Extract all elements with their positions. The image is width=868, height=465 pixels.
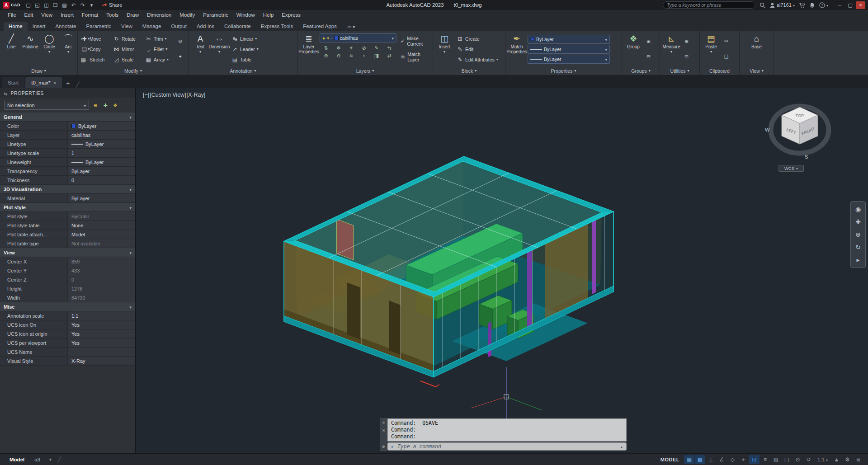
match-properties-button[interactable]: ✒ Match Properties bbox=[507, 33, 526, 66]
selection-dropdown[interactable]: No selection bbox=[4, 101, 89, 110]
measure-button[interactable]: ⊾ Measure bbox=[662, 33, 681, 66]
ribbon-tab[interactable]: Add-ins bbox=[192, 22, 219, 31]
group-tool-icon[interactable]: ⊟ bbox=[645, 54, 652, 60]
redo-icon[interactable]: ↷ bbox=[78, 1, 87, 9]
property-value[interactable]: ByLayer bbox=[68, 158, 135, 166]
ortho-icon[interactable]: ⊥ bbox=[706, 455, 716, 464]
ribbon-button[interactable]: ✓ Make Current bbox=[399, 36, 430, 47]
viewport-visual-style-control[interactable]: [X-Ray] bbox=[187, 92, 206, 98]
viewcube[interactable]: W S TOP LEFT FRONT WCS bbox=[761, 94, 838, 176]
ribbon-button[interactable]: ⊞ Create bbox=[455, 33, 500, 44]
ribbon-button[interactable]: ↔ Stretch bbox=[80, 54, 110, 65]
group-tool-icon[interactable]: ⊞ bbox=[645, 38, 652, 44]
ribbon-button[interactable]: ✎ Edit Attributes bbox=[455, 54, 500, 65]
property-row[interactable]: Height 1278 bbox=[0, 284, 135, 293]
steering-wheel-icon[interactable]: ◉ bbox=[851, 203, 865, 216]
property-row[interactable]: Material ByLayer bbox=[0, 194, 135, 203]
utility-tool-icon[interactable]: ⊡ bbox=[683, 54, 690, 60]
property-value[interactable]: 859 bbox=[68, 257, 135, 266]
save-icon[interactable]: ◫ bbox=[42, 1, 51, 9]
ribbon-button[interactable]: A Text bbox=[191, 33, 210, 66]
search-icon[interactable] bbox=[760, 2, 765, 8]
palette-section-header[interactable]: General bbox=[0, 113, 135, 122]
ribbon-button[interactable]: ◿ Scale bbox=[112, 54, 142, 65]
layer-tool-icon[interactable]: ◨ bbox=[370, 52, 383, 60]
ribbon-button[interactable]: ∿ Polyline bbox=[21, 33, 40, 66]
ribbon-tab[interactable]: Insert bbox=[28, 22, 51, 31]
clipboard-tool-icon[interactable]: ✂ bbox=[722, 38, 730, 44]
dynamic-ucs-icon[interactable]: ↺ bbox=[803, 455, 814, 464]
quick-select-icon[interactable]: ❖ bbox=[111, 101, 119, 109]
ribbon-tab[interactable]: Manage bbox=[137, 22, 166, 31]
property-combo[interactable]: ByLayer bbox=[528, 55, 610, 64]
property-row[interactable]: Color ByLayer bbox=[0, 122, 135, 131]
qat-customize-icon[interactable]: ▾ bbox=[87, 1, 96, 9]
property-value[interactable]: ByColor bbox=[68, 212, 135, 221]
ribbon-button[interactable]: ↻ Rotate bbox=[112, 33, 142, 44]
annotation-scale-control[interactable]: 1:1 bbox=[814, 457, 831, 462]
property-value[interactable] bbox=[68, 348, 135, 356]
property-row[interactable]: Visual Style X-Ray bbox=[0, 357, 135, 366]
menu-item[interactable]: Express bbox=[278, 10, 305, 20]
ribbon-tab[interactable]: Parametric bbox=[81, 22, 117, 31]
new-layout-button[interactable]: + bbox=[45, 457, 56, 462]
property-row[interactable]: Thickness 0 bbox=[0, 176, 135, 185]
ribbon-button[interactable]: ▤ Table bbox=[230, 54, 261, 65]
ribbon-display-toggle[interactable] bbox=[344, 23, 358, 31]
snap-icon[interactable]: ▩ bbox=[695, 455, 705, 464]
property-value[interactable]: Yes bbox=[68, 329, 135, 338]
property-row[interactable]: UCS icon at origin Yes bbox=[0, 329, 135, 338]
share-button[interactable]: Share bbox=[101, 2, 122, 8]
property-value[interactable]: ByLayer bbox=[68, 194, 135, 202]
user-account-button[interactable]: al7161 bbox=[769, 2, 795, 8]
ribbon-tab[interactable]: Express Tools bbox=[256, 22, 298, 31]
property-value[interactable]: 1278 bbox=[68, 284, 135, 293]
panel-label-utilities[interactable]: Utilities bbox=[660, 67, 699, 75]
palette-section-header[interactable]: Misc bbox=[0, 302, 135, 311]
orbit-icon[interactable]: ↻ bbox=[851, 241, 865, 254]
property-row[interactable]: Linetype ByLayer bbox=[0, 140, 135, 149]
menu-item[interactable]: Draw bbox=[123, 10, 143, 20]
property-row[interactable]: Plot style table None bbox=[0, 221, 135, 230]
command-history-toggle-icon[interactable] bbox=[620, 443, 623, 450]
menu-item[interactable]: Parametric bbox=[199, 10, 232, 20]
property-value[interactable]: 0 bbox=[68, 275, 135, 284]
layer-tool-icon[interactable]: ⊖ bbox=[332, 52, 345, 60]
ribbon-button[interactable]: ✂ Trim bbox=[144, 33, 175, 44]
property-value[interactable]: ByLayer bbox=[68, 122, 135, 130]
isodraft-icon[interactable]: ◇ bbox=[727, 455, 738, 464]
undo-icon[interactable]: ↶ bbox=[69, 1, 78, 9]
property-value[interactable]: X-Ray bbox=[68, 357, 135, 365]
open-icon[interactable]: ◱ bbox=[33, 1, 42, 9]
property-value[interactable]: 1 bbox=[68, 149, 135, 157]
menu-item[interactable]: Modify bbox=[175, 10, 199, 20]
ribbon-button[interactable]: ◯ Circle bbox=[40, 33, 59, 66]
ribbon-button[interactable]: ⋈ Mirror bbox=[112, 44, 142, 54]
property-row[interactable]: Width 84730 bbox=[0, 293, 135, 302]
layout-tab[interactable]: Model bbox=[5, 454, 29, 465]
clipboard-tool-icon[interactable]: ❏ bbox=[722, 54, 730, 60]
panel-label-view[interactable]: View bbox=[740, 67, 774, 75]
model-space-toggle[interactable]: MODEL bbox=[660, 457, 679, 462]
layer-tool-icon[interactable]: ▫ bbox=[358, 52, 370, 60]
modify-tool-icon[interactable]: ✦ bbox=[176, 54, 184, 60]
annotation-visibility-icon[interactable]: ▲ bbox=[831, 455, 842, 464]
property-value[interactable]: ByLayer bbox=[68, 140, 135, 148]
new-drawing-icon[interactable]: ▢ bbox=[24, 1, 33, 9]
layer-properties-button[interactable]: ≣ Layer Properties bbox=[299, 33, 318, 66]
menu-item[interactable]: Dimension bbox=[143, 10, 175, 20]
layer-tool-icon[interactable]: ✎ bbox=[370, 44, 383, 52]
save-as-icon[interactable]: ❏ bbox=[51, 1, 60, 9]
lineweight-icon[interactable]: ≡ bbox=[760, 455, 770, 464]
object-snap-icon[interactable]: ⊡ bbox=[749, 455, 760, 464]
property-value[interactable]: None bbox=[68, 221, 135, 230]
ribbon-tab[interactable]: Featured Apps bbox=[298, 22, 342, 31]
property-value[interactable]: caixilhas bbox=[68, 131, 135, 139]
menu-item[interactable]: View bbox=[37, 10, 57, 20]
command-input[interactable]: Type a command bbox=[387, 442, 627, 451]
palette-autohide-icon[interactable] bbox=[4, 89, 7, 97]
ribbon-button[interactable]: ✚ Move bbox=[80, 33, 110, 44]
ribbon-button[interactable]: ❏ Copy bbox=[80, 44, 110, 54]
property-row[interactable]: Center Y 433 bbox=[0, 266, 135, 275]
ribbon-tab[interactable]: Annotate bbox=[50, 22, 81, 31]
